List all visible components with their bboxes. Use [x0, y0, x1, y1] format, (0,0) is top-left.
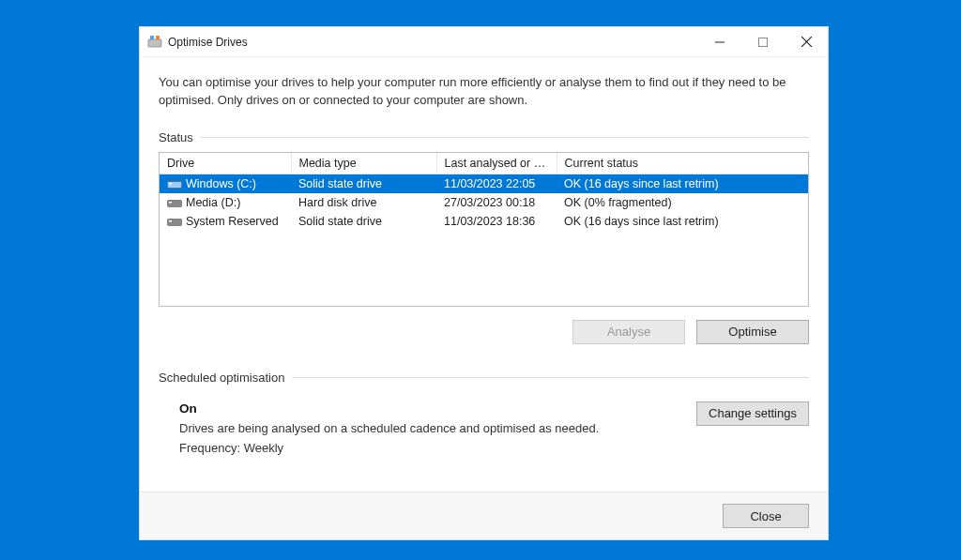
scheduled-state: On [179, 401, 696, 416]
col-header-status[interactable]: Current status [557, 153, 808, 174]
drive-name: System Reserved [186, 215, 279, 228]
status-label: Status [159, 130, 201, 144]
intro-text: You can optimise your drives to help you… [159, 74, 809, 110]
col-header-drive[interactable]: Drive [160, 153, 291, 174]
drive-media: Solid state drive [291, 174, 436, 193]
optimise-drives-window: Optimise Drives You can optimise your dr… [139, 26, 829, 540]
titlebar: Optimise Drives [140, 27, 828, 57]
scheduled-section: Scheduled optimisation On Drives are bei… [159, 371, 809, 455]
change-settings-button[interactable]: Change settings [696, 401, 809, 426]
drive-status: OK (16 days since last retrim) [557, 174, 808, 193]
drive-status: OK (0% fragmented) [557, 193, 808, 212]
maximize-button[interactable] [741, 27, 785, 57]
drive-media: Solid state drive [291, 212, 436, 231]
table-header-row: Drive Media type Last analysed or o... C… [160, 153, 808, 174]
drive-media: Hard disk drive [291, 193, 436, 212]
scheduled-header: Scheduled optimisation [159, 371, 809, 385]
window-title: Optimise Drives [168, 36, 248, 49]
svg-rect-11 [168, 219, 182, 225]
status-header: Status [159, 130, 809, 144]
svg-rect-2 [156, 36, 160, 39]
table-row[interactable]: System ReservedSolid state drive11/03/20… [160, 212, 808, 231]
table-row[interactable]: Media (D:)Hard disk drive27/03/2023 00:1… [160, 193, 808, 212]
drive-name: Media (D:) [186, 196, 240, 209]
scheduled-desc: Drives are being analysed on a scheduled… [179, 421, 696, 435]
svg-rect-9 [168, 200, 182, 206]
svg-rect-1 [150, 36, 154, 39]
close-dialog-button[interactable]: Close [723, 504, 809, 528]
svg-rect-12 [169, 220, 172, 222]
drive-icon [167, 197, 182, 208]
footer: Close [140, 492, 828, 539]
optimise-button[interactable]: Optimise [696, 320, 809, 344]
svg-rect-4 [759, 38, 768, 46]
col-header-analysed[interactable]: Last analysed or o... [436, 153, 557, 174]
drive-analysed: 11/03/2023 22:05 [436, 174, 557, 193]
drive-icon [167, 178, 182, 189]
drive-analysed: 27/03/2023 00:18 [436, 193, 557, 212]
drive-status: OK (16 days since last retrim) [557, 212, 808, 231]
svg-rect-0 [148, 39, 161, 47]
divider [292, 377, 809, 378]
minimize-button[interactable] [698, 27, 741, 57]
col-header-media[interactable]: Media type [291, 153, 436, 174]
drive-name: Windows (C:) [186, 177, 256, 190]
drives-table: Drive Media type Last analysed or o... C… [159, 152, 809, 307]
analyse-button[interactable]: Analyse [572, 320, 685, 344]
svg-rect-7 [168, 181, 182, 188]
drive-icon [167, 216, 182, 227]
divider [201, 137, 809, 138]
action-button-row: Analyse Optimise [159, 320, 809, 344]
svg-rect-8 [169, 183, 172, 185]
close-button[interactable] [785, 27, 828, 57]
table-row[interactable]: Windows (C:)Solid state drive11/03/2023 … [160, 174, 808, 193]
content-area: You can optimise your drives to help you… [140, 57, 828, 492]
scheduled-label: Scheduled optimisation [159, 371, 292, 385]
scheduled-frequency: Frequency: Weekly [179, 441, 696, 455]
app-icon [147, 35, 162, 50]
svg-rect-10 [169, 202, 172, 204]
drive-analysed: 11/03/2023 18:36 [436, 212, 557, 231]
